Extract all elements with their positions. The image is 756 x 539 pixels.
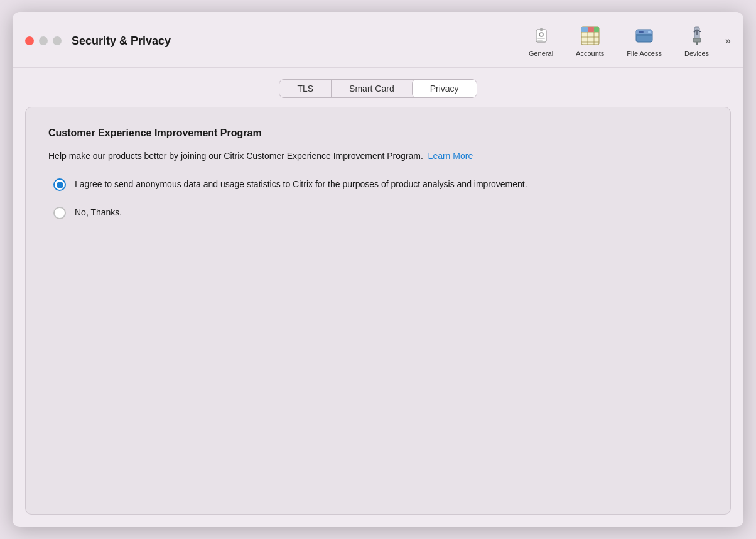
toolbar-item-general[interactable]: General: [517, 22, 564, 60]
svg-rect-16: [636, 34, 652, 36]
accounts-label: Accounts: [576, 50, 604, 57]
radio-option-agree[interactable]: I agree to send anonymous data and usage…: [53, 178, 708, 191]
svg-rect-11: [581, 27, 588, 32]
description-text: Help make our products better by joining…: [48, 149, 708, 163]
main-window: Security & Privacy General: [13, 12, 743, 527]
learn-more-link[interactable]: Learn More: [428, 151, 473, 161]
radio-no-thanks-label: No, Thanks.: [75, 206, 122, 219]
minimize-button[interactable]: [39, 36, 48, 45]
section-title: Customer Experience Improvement Program: [48, 128, 708, 139]
tab-tls[interactable]: TLS: [279, 80, 331, 97]
svg-rect-1: [540, 28, 543, 31]
file-access-icon: [633, 24, 656, 47]
description-body: Help make our products better by joining…: [48, 151, 423, 161]
window-controls: [25, 36, 62, 45]
toolbar-item-devices[interactable]: Devices: [673, 22, 720, 60]
radio-group: I agree to send anonymous data and usage…: [53, 178, 708, 219]
svg-rect-18: [639, 31, 644, 33]
more-toolbar-icon[interactable]: »: [725, 35, 731, 46]
svg-rect-20: [693, 38, 701, 42]
devices-label: Devices: [684, 50, 709, 57]
svg-rect-13: [594, 27, 599, 32]
svg-rect-21: [696, 42, 698, 45]
toolbar-item-file-access[interactable]: File Access: [615, 22, 673, 60]
toolbar-item-accounts[interactable]: Accounts: [564, 22, 615, 60]
close-button[interactable]: [25, 36, 34, 45]
tab-smart-card[interactable]: Smart Card: [331, 80, 412, 97]
radio-no-thanks-button[interactable]: [53, 207, 66, 219]
svg-rect-4: [537, 40, 543, 41]
tabs: TLS Smart Card Privacy: [279, 79, 477, 98]
tabs-container: TLS Smart Card Privacy: [13, 68, 743, 98]
general-icon: [530, 24, 553, 47]
svg-point-25: [693, 31, 695, 33]
accounts-icon: [579, 24, 602, 47]
radio-agree-button[interactable]: [53, 178, 66, 191]
general-label: General: [529, 50, 553, 57]
radio-option-no-thanks[interactable]: No, Thanks.: [53, 206, 708, 219]
devices-icon: [686, 24, 708, 47]
svg-rect-12: [588, 27, 594, 32]
toolbar: General: [517, 22, 731, 60]
radio-agree-label: I agree to send anonymous data and usage…: [75, 178, 527, 191]
svg-point-17: [648, 31, 651, 33]
file-access-label: File Access: [627, 50, 662, 57]
svg-rect-3: [537, 38, 545, 39]
titlebar: Security & Privacy General: [13, 12, 743, 68]
tab-privacy[interactable]: Privacy: [412, 80, 477, 97]
maximize-button[interactable]: [53, 36, 62, 45]
svg-rect-26: [699, 31, 701, 32]
content-panel: Customer Experience Improvement Program …: [25, 107, 731, 514]
window-title: Security & Privacy: [72, 35, 171, 48]
